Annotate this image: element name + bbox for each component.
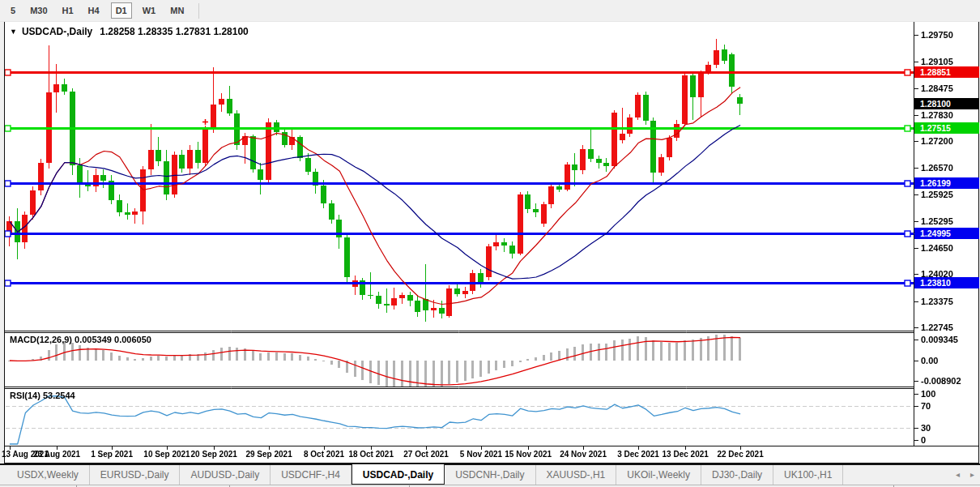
chart-tab-usdcnh-daily[interactable]: USDCNH-,Daily [445, 465, 535, 485]
chart-tab-usdx-weekly[interactable]: USDX,Weekly [6, 465, 90, 485]
timeframe-button-mn[interactable]: MN [166, 3, 188, 18]
timeframe-button-h4[interactable]: H4 [84, 3, 104, 18]
chart-tab-usdcad-daily[interactable]: USDCAD-,Daily [352, 464, 445, 485]
timeframe-button-5[interactable]: 5 [6, 3, 19, 18]
timeframe-button-d1[interactable]: D1 [111, 2, 132, 19]
chart-tab-uk100-h1[interactable]: UK100-,H1 [773, 465, 843, 485]
timeframe-button-h1[interactable]: H1 [58, 3, 78, 18]
chart-window[interactable] [4, 21, 979, 464]
chart-tab-eurusd-daily[interactable]: EURUSD-,Daily [90, 465, 181, 485]
toolbar-divider [198, 3, 199, 19]
timeframe-button-m30[interactable]: M30 [26, 3, 51, 18]
chart-tabs-bar: USDX,WeeklyEURUSD-,DailyAUDUSD-,DailyUSD… [0, 464, 980, 485]
tabs-scroll-right-icon[interactable]: ▸ [970, 470, 974, 479]
chart-tab-dj30-daily[interactable]: DJ30-,Daily [701, 465, 773, 485]
timeframe-toolbar: 5M30H1H4D1W1MN [0, 0, 980, 22]
timeframe-button-w1[interactable]: W1 [138, 3, 160, 18]
chart-tab-usdchf-h4[interactable]: USDCHF-,H4 [271, 465, 352, 485]
chart-tab-ukoil-weekly[interactable]: UKOil-,Weekly [616, 465, 701, 485]
tabs-scroll-left-icon[interactable]: ◂ [956, 470, 960, 479]
chart-tab-audusd-daily[interactable]: AUDUSD-,Daily [180, 465, 271, 485]
chart-tab-xauusd-h1[interactable]: XAUUSD-,H1 [536, 465, 617, 485]
